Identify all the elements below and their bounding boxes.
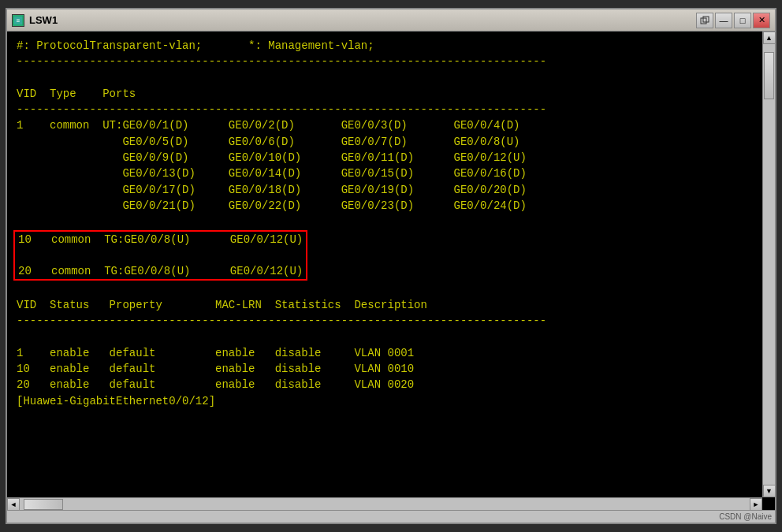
scroll-left-button[interactable]: ◄ [7, 498, 20, 511]
scroll-thumb[interactable] [764, 52, 774, 99]
h-scroll-thumb[interactable] [24, 499, 63, 510]
watermark: CSDN @Naive [719, 512, 772, 521]
vertical-scrollbar[interactable]: ▲ ▼ [762, 32, 775, 497]
horizontal-scrollbar[interactable]: ◄ ► [7, 497, 762, 510]
maximize-button[interactable]: □ [734, 13, 751, 28]
scroll-down-button[interactable]: ▼ [763, 485, 776, 497]
scroll-right-button[interactable]: ► [750, 498, 762, 511]
restore-button[interactable] [696, 13, 713, 28]
scroll-up-button[interactable]: ▲ [763, 32, 776, 44]
titlebar: ≡ LSW1 — □ ✕ [7, 9, 775, 32]
content-area: #: ProtocolTransparent-vlan; *: Manageme… [7, 32, 775, 497]
svg-text:≡: ≡ [17, 17, 20, 24]
h-scroll-track[interactable] [20, 498, 750, 511]
status-bar: CSDN @Naive [7, 510, 775, 523]
app-icon: ≡ [12, 14, 24, 27]
main-window: ≡ LSW1 — □ ✕ #: ProtocolTrans [6, 8, 776, 524]
window-controls: — □ ✕ [696, 13, 770, 28]
minimize-button[interactable]: — [715, 13, 732, 28]
close-button[interactable]: ✕ [753, 13, 770, 28]
window-title: LSW1 [29, 14, 58, 26]
titlebar-left: ≡ LSW1 [12, 14, 58, 27]
terminal-output[interactable]: #: ProtocolTransparent-vlan; *: Manageme… [7, 32, 762, 497]
scroll-track[interactable] [763, 44, 775, 485]
